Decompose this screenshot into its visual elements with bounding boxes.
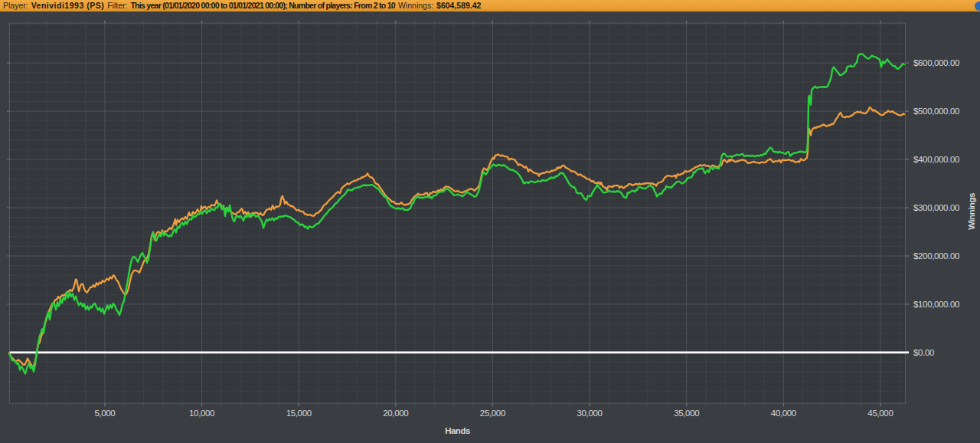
- svg-text:5,000: 5,000: [94, 409, 115, 418]
- svg-text:40,000: 40,000: [771, 409, 796, 418]
- svg-text:45,000: 45,000: [867, 409, 893, 418]
- svg-text:15,000: 15,000: [286, 409, 312, 418]
- svg-text:10,000: 10,000: [189, 409, 214, 418]
- svg-text:$100,000.00: $100,000.00: [913, 300, 959, 309]
- svg-text:$400,000.00: $400,000.00: [913, 155, 959, 164]
- svg-text:$200,000.00: $200,000.00: [913, 251, 959, 261]
- svg-text:30,000: 30,000: [577, 409, 602, 418]
- svg-text:35,000: 35,000: [674, 409, 699, 418]
- svg-text:$300,000.00: $300,000.00: [913, 203, 959, 212]
- svg-text:Winnings: Winnings: [967, 193, 976, 230]
- svg-text:$500,000.00: $500,000.00: [913, 107, 959, 116]
- svg-text:20,000: 20,000: [383, 409, 408, 418]
- svg-text:$0.00: $0.00: [913, 348, 934, 357]
- svg-text:25,000: 25,000: [480, 409, 505, 418]
- svg-text:Hands: Hands: [445, 426, 470, 435]
- svg-text:$600,000.00: $600,000.00: [913, 58, 959, 67]
